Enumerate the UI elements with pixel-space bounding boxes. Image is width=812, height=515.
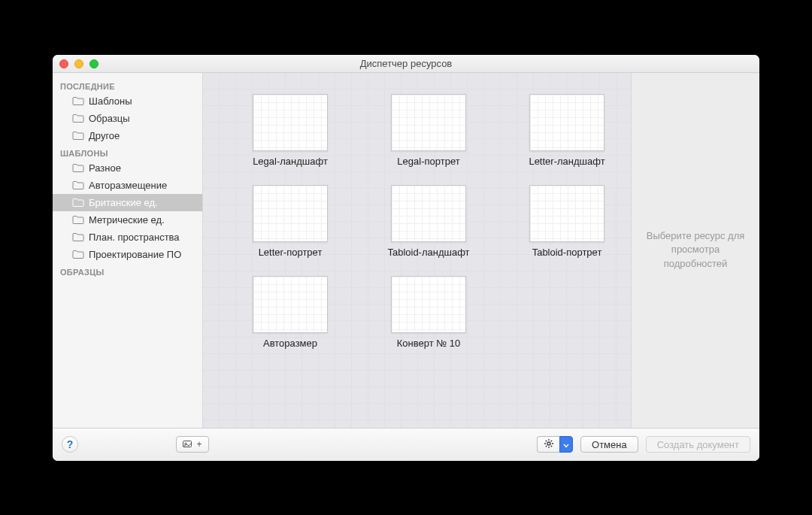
- action-menu-dropdown[interactable]: [559, 436, 573, 453]
- template-tile[interactable]: Tabloid-портрет: [507, 185, 627, 258]
- close-window-button[interactable]: [59, 59, 68, 68]
- folder-icon: [72, 215, 84, 224]
- folder-icon: [72, 114, 84, 123]
- sidebar-section-head: ОБРАЗЦЫ: [53, 263, 202, 278]
- sidebar-section-head: ШАБЛОНЫ: [53, 144, 202, 159]
- sidebar-item[interactable]: Британские ед.: [53, 194, 202, 211]
- window-title: Диспетчер ресурсов: [360, 58, 453, 69]
- template-tile[interactable]: Tabloid-ландшафт: [368, 185, 489, 258]
- template-tile[interactable]: Legal-портрет: [368, 94, 489, 167]
- add-resource-button[interactable]: +: [176, 436, 209, 453]
- template-label: Letter-портрет: [259, 247, 323, 258]
- add-resource-icon: [183, 439, 195, 450]
- folder-icon: [72, 96, 84, 105]
- svg-line-8: [550, 445, 551, 446]
- zoom-window-button[interactable]: [89, 59, 98, 68]
- folder-icon: [72, 232, 84, 241]
- help-button[interactable]: ?: [62, 436, 78, 453]
- sidebar-item[interactable]: Шаблоны: [53, 92, 202, 110]
- sidebar-section-head: ПОСЛЕДНИЕ: [53, 77, 202, 92]
- minimize-window-button[interactable]: [74, 59, 83, 68]
- window-body: ПОСЛЕДНИЕШаблоныОбразцыДругоеШАБЛОНЫРазн…: [53, 73, 759, 428]
- action-menu-button[interactable]: [537, 436, 559, 453]
- template-tile[interactable]: Letter-портрет: [230, 185, 350, 258]
- details-placeholder: Выберите ресурс для просмотра подробност…: [639, 229, 752, 271]
- folder-icon: [72, 180, 84, 189]
- template-label: Авторазмер: [263, 338, 317, 349]
- template-tile[interactable]: Авторазмер: [230, 276, 350, 349]
- folder-icon: [72, 163, 84, 172]
- template-label: Letter-ландшафт: [529, 156, 604, 167]
- sidebar-item-label: Проектирование ПО: [89, 249, 181, 260]
- sidebar-item[interactable]: Образцы: [53, 110, 202, 127]
- template-thumbnail: [253, 94, 328, 151]
- sidebar-item-label: Авторазмещение: [89, 180, 167, 191]
- template-label: Legal-ландшафт: [253, 156, 328, 167]
- template-label: Tabloid-портрет: [532, 247, 602, 258]
- template-grid-area: Legal-ландшафтLegal-портретLetter-ландша…: [203, 73, 632, 428]
- sidebar-item-label: Шаблоны: [89, 95, 132, 107]
- template-tile[interactable]: Legal-ландшафт: [230, 94, 350, 167]
- window: Диспетчер ресурсов ПОСЛЕДНИЕШаблоныОбраз…: [53, 55, 759, 461]
- template-thumbnail: [391, 276, 466, 333]
- svg-line-10: [545, 445, 546, 446]
- gear-icon: [544, 438, 554, 451]
- template-thumbnail: [529, 94, 604, 151]
- template-label: Конверт № 10: [397, 338, 461, 349]
- template-thumbnail: [391, 185, 466, 242]
- details-panel: Выберите ресурс для просмотра подробност…: [632, 73, 759, 428]
- plus-icon: +: [196, 439, 201, 450]
- footer: ? + Отмена Создать документ: [53, 428, 759, 461]
- template-grid: Legal-ландшафтLegal-портретLetter-ландша…: [203, 73, 631, 370]
- sidebar-item[interactable]: Метрические ед.: [53, 211, 202, 229]
- chevron-down-icon: [563, 439, 569, 450]
- sidebar: ПОСЛЕДНИЕШаблоныОбразцыДругоеШАБЛОНЫРазн…: [53, 73, 203, 428]
- sidebar-item[interactable]: Другое: [53, 127, 202, 144]
- template-thumbnail: [529, 185, 604, 242]
- template-tile[interactable]: Letter-ландшафт: [507, 94, 627, 167]
- svg-point-2: [547, 442, 550, 445]
- svg-line-7: [545, 440, 546, 441]
- action-menu: [537, 436, 573, 453]
- titlebar: Диспетчер ресурсов: [53, 55, 759, 73]
- create-document-button[interactable]: Создать документ: [646, 436, 750, 453]
- sidebar-item-label: Другое: [89, 130, 120, 141]
- sidebar-item[interactable]: План. пространства: [53, 229, 202, 246]
- svg-line-9: [550, 440, 551, 441]
- sidebar-item[interactable]: Проектирование ПО: [53, 246, 202, 263]
- sidebar-item[interactable]: Авторазмещение: [53, 177, 202, 194]
- sidebar-item[interactable]: Разное: [53, 159, 202, 177]
- template-label: Legal-портрет: [397, 156, 459, 167]
- template-thumbnail: [391, 94, 466, 151]
- template-thumbnail: [253, 276, 328, 333]
- sidebar-item-label: Образцы: [89, 113, 130, 124]
- traffic-lights: [59, 59, 98, 68]
- sidebar-item-label: Британские ед.: [89, 197, 158, 208]
- sidebar-item-label: Разное: [89, 162, 121, 174]
- template-tile[interactable]: Конверт № 10: [368, 276, 489, 349]
- cancel-button[interactable]: Отмена: [580, 436, 638, 453]
- folder-icon: [72, 198, 84, 207]
- folder-icon: [72, 250, 84, 259]
- template-label: Tabloid-ландшафт: [387, 247, 469, 258]
- template-thumbnail: [253, 185, 328, 242]
- sidebar-item-label: Метрические ед.: [89, 214, 165, 226]
- folder-icon: [72, 131, 84, 140]
- sidebar-item-label: План. пространства: [89, 232, 180, 243]
